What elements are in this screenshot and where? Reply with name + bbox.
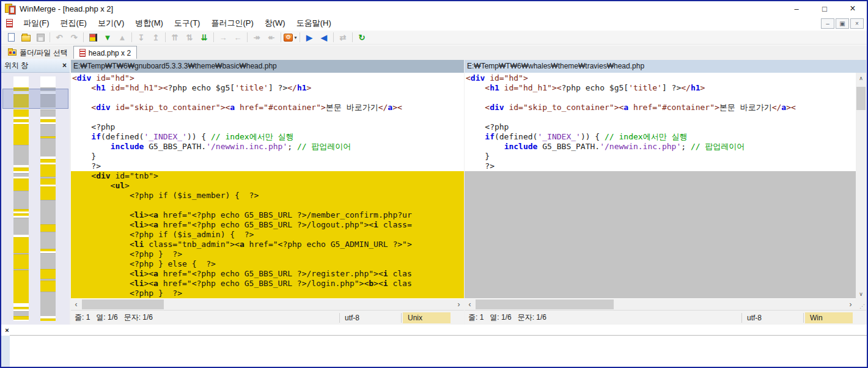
copy-right-button: → bbox=[216, 31, 230, 44]
last-difference-button[interactable]: ⇊ bbox=[197, 31, 211, 44]
toolbar-separator bbox=[83, 32, 84, 42]
next-difference-icon: ▼ bbox=[104, 34, 112, 42]
toolbar-separator bbox=[165, 32, 166, 42]
toolbar-separator bbox=[247, 32, 248, 42]
code-line: <h1 id="hd_h1"><?php echo $g5['title'] ?… bbox=[466, 83, 856, 93]
location-pane-title: 위치 창 bbox=[4, 61, 28, 71]
right-file-path-header: E:₩Temp₩T₩6₩whales₩theme₩travies₩head.ph… bbox=[465, 60, 866, 73]
code-line: <li><a href="<?php echo G5_BBS_URL ?>/me… bbox=[71, 210, 464, 220]
copy-left-button: ← bbox=[230, 31, 245, 44]
mdi-close-button[interactable]: × bbox=[850, 18, 864, 29]
scroll-left-icon[interactable]: ‹ bbox=[465, 299, 475, 310]
current-difference-down-icon: ↧ bbox=[138, 34, 145, 42]
right-horizontal-scrollbar[interactable]: ‹ › bbox=[465, 299, 856, 310]
copy-left-advance-icon: ↞ bbox=[268, 34, 275, 42]
toolbar-separator bbox=[213, 32, 214, 42]
toolbar-separator bbox=[281, 32, 281, 42]
view-differences-button[interactable] bbox=[86, 31, 100, 44]
location-strip-right bbox=[40, 76, 56, 321]
location-viewport-indicator[interactable] bbox=[2, 89, 68, 109]
left-status-bar: 줄: 1 열: 1/6 문자: 1/6 utf-8 Unix bbox=[71, 310, 464, 325]
code-line: <div id="tnb"> bbox=[71, 171, 464, 181]
plugins-button[interactable]: ▾ bbox=[283, 31, 298, 44]
left-horizontal-scrollbar[interactable]: ‹ › bbox=[71, 299, 464, 310]
plugins-dropdown-icon[interactable]: ▾ bbox=[294, 35, 296, 40]
maximize-button[interactable]: □ bbox=[811, 1, 839, 16]
status-separator bbox=[803, 313, 804, 323]
code-line bbox=[71, 201, 464, 210]
minimize-button[interactable]: – bbox=[782, 1, 811, 16]
code-line: ?> bbox=[466, 161, 856, 171]
tab-label: head.php x 2 bbox=[89, 49, 131, 57]
left-file-pane: E:₩Temp₩T₩6₩gnuboard5.3.3.3₩theme₩basic₩… bbox=[71, 60, 464, 325]
diff-band bbox=[13, 311, 29, 316]
mdi-minimize-button[interactable]: – bbox=[821, 18, 834, 29]
close-button[interactable]: × bbox=[839, 1, 867, 16]
right-eol-badge: Win bbox=[805, 312, 853, 323]
refresh-plugins-button[interactable]: ↻ bbox=[355, 31, 369, 44]
redo-icon: ↷ bbox=[71, 34, 78, 42]
copy-all-left-icon: ◀ bbox=[321, 34, 327, 42]
output-close-icon[interactable]: × bbox=[3, 326, 11, 334]
menu-item-0[interactable]: 파일(F) bbox=[18, 16, 55, 31]
menu-bar: 파일(F)편집(E)보기(V)병합(M)도구(T)플러그인(P)창(W)도움말(… bbox=[1, 16, 867, 31]
tab-bar: 폴더/파일 선택head.php x 2 bbox=[1, 45, 867, 59]
code-line bbox=[72, 93, 464, 103]
window-title: WinMerge - [head.php x 2] bbox=[20, 4, 113, 13]
location-pane-close-icon[interactable]: × bbox=[62, 61, 67, 70]
menu-item-1[interactable]: 편집(E) bbox=[55, 16, 92, 31]
location-pane: 위치 창 × bbox=[1, 59, 70, 325]
window-controls: – □ × bbox=[782, 1, 867, 16]
left-code-editor[interactable]: <div id="hd"> <h1 id="hd_h1"><?php echo … bbox=[71, 73, 464, 299]
right-vertical-scrollbar[interactable]: ∧ ∨ bbox=[856, 73, 866, 299]
missing-lines-filler bbox=[465, 171, 856, 298]
first-difference-button: ⇈ bbox=[167, 31, 182, 44]
code-line: <li class="tnb_admin"><a href="<?php ech… bbox=[71, 240, 464, 249]
refresh-plugins-icon: ↻ bbox=[359, 34, 366, 42]
right-hscroll-thumb[interactable] bbox=[476, 300, 614, 309]
toolbar: ↶↷▼▲↧↥⇈⇅⇊→←↠↞▾▶◀⇄↻ bbox=[1, 31, 867, 45]
tab-folder-select[interactable]: 폴더/파일 선택 bbox=[2, 46, 73, 59]
new-file-button[interactable] bbox=[4, 31, 18, 44]
diff-band bbox=[40, 124, 56, 136]
menu-item-5[interactable]: 플러그인(P) bbox=[205, 16, 259, 31]
scroll-up-icon[interactable]: ∧ bbox=[856, 73, 866, 83]
copy-all-right-button[interactable]: ▶ bbox=[302, 31, 317, 44]
scroll-right-icon[interactable]: › bbox=[454, 299, 464, 310]
menu-item-7[interactable]: 도움말(H) bbox=[291, 16, 337, 31]
tab-file-compare[interactable]: head.php x 2 bbox=[73, 46, 137, 59]
menu-item-6[interactable]: 창(W) bbox=[259, 16, 291, 31]
menu-item-3[interactable]: 병합(M) bbox=[130, 16, 169, 31]
copy-right-icon: → bbox=[219, 34, 227, 42]
mdi-window-controls: – ▣ × bbox=[821, 18, 864, 29]
open-button[interactable] bbox=[18, 31, 33, 44]
mdi-restore-button[interactable]: ▣ bbox=[836, 18, 849, 29]
diff-band bbox=[40, 281, 56, 292]
open-icon bbox=[21, 35, 31, 42]
diff-band bbox=[40, 253, 56, 269]
diff-band bbox=[40, 164, 56, 177]
scroll-right-icon[interactable]: › bbox=[845, 299, 856, 310]
diff-band bbox=[13, 320, 29, 321]
location-pane-header: 위치 창 × bbox=[1, 59, 70, 73]
menu-item-2[interactable]: 보기(V) bbox=[92, 16, 130, 31]
right-vscroll-thumb[interactable] bbox=[856, 87, 866, 110]
code-line: <li><a href="<?php echo G5_BBS_URL ?>/lo… bbox=[71, 279, 464, 289]
right-code-editor[interactable]: <div id="hd"> <h1 id="hd_h1"><?php echo … bbox=[465, 73, 856, 299]
last-visited-difference-icon: ⇅ bbox=[186, 34, 193, 42]
diff-band bbox=[13, 145, 29, 165]
menu-item-4[interactable]: 도구(T) bbox=[169, 16, 206, 31]
copy-all-right-icon: ▶ bbox=[306, 34, 312, 42]
scroll-left-icon[interactable]: ‹ bbox=[71, 299, 81, 310]
scroll-down-icon[interactable]: ∨ bbox=[856, 289, 866, 299]
next-difference-button[interactable]: ▼ bbox=[100, 31, 115, 44]
code-line: ?> bbox=[72, 161, 464, 171]
left-hscroll-thumb[interactable] bbox=[82, 300, 164, 309]
copy-right-advance-icon: ↠ bbox=[254, 34, 260, 42]
previous-difference-button: ▲ bbox=[115, 31, 130, 44]
location-pane-body[interactable] bbox=[1, 73, 70, 325]
diff-band bbox=[40, 224, 56, 232]
copy-all-left-button[interactable]: ◀ bbox=[317, 31, 331, 44]
output-divider bbox=[10, 335, 867, 336]
tab-label: 폴더/파일 선택 bbox=[20, 48, 68, 58]
